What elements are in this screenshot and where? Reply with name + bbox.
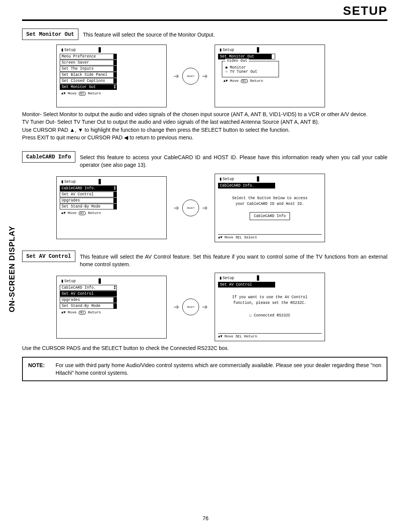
cablecard-info-button[interactable]: CableCARD Info bbox=[250, 212, 290, 220]
note-box: NOTE: For use with third party home Audi… bbox=[22, 357, 387, 382]
screens-row-3: Setup CableCARD Info.▲▼ Set AV Control U… bbox=[56, 273, 387, 341]
menu-item[interactable]: Set Closed Captions bbox=[60, 78, 117, 84]
menu-item[interactable]: Set AV Control bbox=[60, 192, 117, 197]
osd-setup-menu-2: Setup CableCARD Info.▲▼ Set AV Control U… bbox=[56, 176, 167, 239]
sel-badge-icon: SEL bbox=[79, 211, 86, 215]
note-text: For use with third party home Audio/Vide… bbox=[56, 361, 381, 377]
menu-item[interactable]: CableCARD Info.▲▼ bbox=[60, 285, 117, 291]
osd-body-text: Select the button below to access your C… bbox=[222, 195, 318, 220]
menu-item[interactable]: Set Black Side Panel bbox=[60, 72, 117, 78]
osd-hint: ▲▼ Move SEL Select bbox=[218, 234, 322, 240]
radio-tv-tuner-out[interactable]: TV Tuner Out bbox=[225, 70, 276, 74]
sel-badge-icon: SEL bbox=[241, 79, 248, 83]
menu-item-selected[interactable]: Set AV Control bbox=[60, 291, 117, 297]
updown-icon: ▲▼ bbox=[114, 285, 116, 290]
updown-icon: ▲▼ bbox=[218, 235, 222, 240]
updown-icon: ▲▼ bbox=[114, 186, 116, 190]
updown-icon: ▲▼ bbox=[223, 79, 228, 83]
screens-row-1: Setup Menu Preference Screen Saver Set T… bbox=[56, 45, 387, 107]
nav-arrow-group: ➔ SELECT ➔ bbox=[174, 299, 208, 315]
menu-item-selected[interactable]: Set Monitor Out▲▼ bbox=[60, 84, 117, 90]
arrow-right-icon: ➔ bbox=[174, 204, 179, 212]
section-set-monitor-out: Set Monitor Out This feature will select… bbox=[22, 29, 387, 40]
osd-title: Setup bbox=[218, 176, 259, 182]
section-label-cablecard: CableCARD Info bbox=[22, 151, 75, 163]
side-tab-label: ON-SCREEN DISPLAY bbox=[8, 226, 16, 312]
osd-title: Setup bbox=[60, 179, 101, 184]
section-desc-cablecard: Select this feature to access your Cable… bbox=[80, 151, 387, 169]
menu-item[interactable]: Set Stand-By Mode bbox=[60, 303, 117, 309]
screens-row-2: Setup CableCARD Info.▲▼ Set AV Control U… bbox=[56, 174, 387, 242]
section-cablecard: CableCARD Info Select this feature to ac… bbox=[22, 151, 387, 169]
osd-cablecard-detail: Setup CableCARD Info. Select the button … bbox=[215, 174, 325, 242]
nav-arrow-group: ➔ SELECT ➔ bbox=[174, 200, 208, 216]
sel-badge-icon: SEL bbox=[236, 334, 242, 339]
menu-item[interactable]: Set Stand-By Mode bbox=[60, 204, 117, 209]
page-number: 76 bbox=[0, 515, 411, 521]
osd-hint: ▲▼ Move SEL Return bbox=[218, 333, 322, 339]
osd-hint: ▲▼ Move SEL Return bbox=[60, 211, 163, 215]
select-button-icon[interactable]: SELECT bbox=[182, 200, 199, 216]
section-label-monitor-out: Set Monitor Out bbox=[22, 29, 78, 40]
section-desc-av-control: This feature will select the AV Control … bbox=[80, 251, 387, 268]
section-av-control: Set AV Control This feature will select … bbox=[22, 251, 387, 268]
osd-title: Setup bbox=[218, 275, 259, 281]
section-label-av-control: Set AV Control bbox=[22, 251, 75, 262]
arrow-right-icon: ➔ bbox=[174, 303, 179, 311]
section-desc-monitor-out: This feature will select the source of t… bbox=[83, 29, 387, 38]
osd-monitor-out-detail: Setup Set Monitor Out Video Out Monitor … bbox=[215, 45, 325, 107]
osd-hint: ▲▼ Move SEL Return bbox=[60, 91, 163, 96]
osd-title: Setup bbox=[218, 47, 259, 53]
updown-icon: ▲▼ bbox=[61, 310, 65, 315]
body-text: Monitor- Select Monitor to output the au… bbox=[22, 110, 387, 141]
osd-title: Setup bbox=[60, 47, 101, 53]
osd-setup-menu-1: Setup Menu Preference Screen Saver Set T… bbox=[56, 45, 167, 107]
radio-monitor[interactable]: Monitor bbox=[225, 65, 276, 70]
page-title: SETUP bbox=[22, 4, 387, 18]
osd-title: Setup bbox=[60, 278, 101, 284]
select-button-icon[interactable]: SELECT bbox=[182, 68, 199, 85]
sel-badge-icon: SEL bbox=[79, 311, 86, 315]
menu-item-selected: Set AV Control bbox=[218, 282, 275, 288]
updown-icon: ▲▼ bbox=[114, 85, 116, 89]
nav-arrow-group: ➔ SELECT ➔ bbox=[174, 68, 208, 85]
arrow-right-icon: ➔ bbox=[202, 204, 208, 212]
updown-icon: ▲▼ bbox=[218, 334, 222, 339]
video-out-group: Video Out Monitor TV Tuner Out bbox=[222, 61, 279, 77]
menu-item-selected: CableCARD Info. bbox=[218, 183, 275, 189]
menu-item[interactable]: Upgrades bbox=[60, 198, 117, 203]
osd-setup-menu-3: Setup CableCARD Info.▲▼ Set AV Control U… bbox=[56, 276, 167, 339]
updown-icon: ▲▼ bbox=[61, 211, 65, 215]
select-button-icon[interactable]: SELECT bbox=[182, 299, 199, 315]
arrow-right-icon: ➔ bbox=[202, 72, 208, 80]
menu-item[interactable]: Menu Preference bbox=[60, 54, 117, 59]
osd-hint: ▲▼ Move SEL Return bbox=[60, 310, 163, 315]
updown-icon: ▲▼ bbox=[61, 91, 65, 96]
menu-item[interactable]: Set The Inputs bbox=[60, 66, 117, 72]
osd-av-control-detail: Setup Set AV Control If you want to use … bbox=[215, 273, 325, 341]
note-label: NOTE: bbox=[28, 361, 49, 377]
checkbox-connected-rs232c[interactable]: Connected RS232C bbox=[222, 313, 318, 318]
osd-body-text: If you want to use the AV Control functi… bbox=[222, 294, 318, 318]
sel-badge-icon: SEL bbox=[79, 92, 86, 96]
arrow-right-icon: ➔ bbox=[202, 303, 208, 311]
sel-badge-icon: SEL bbox=[236, 235, 242, 240]
header-rule bbox=[22, 19, 387, 21]
menu-item-selected[interactable]: CableCARD Info.▲▼ bbox=[60, 185, 117, 191]
group-legend: Video Out bbox=[225, 59, 249, 63]
osd-hint: ▲▼ Move SEL Return bbox=[222, 79, 322, 83]
menu-item[interactable]: Upgrades bbox=[60, 297, 117, 303]
menu-item[interactable]: Screen Saver bbox=[60, 60, 117, 66]
arrow-right-icon: ➔ bbox=[174, 72, 179, 80]
body-text: Use the CURSOR PADS and the SELECT butto… bbox=[22, 344, 387, 352]
